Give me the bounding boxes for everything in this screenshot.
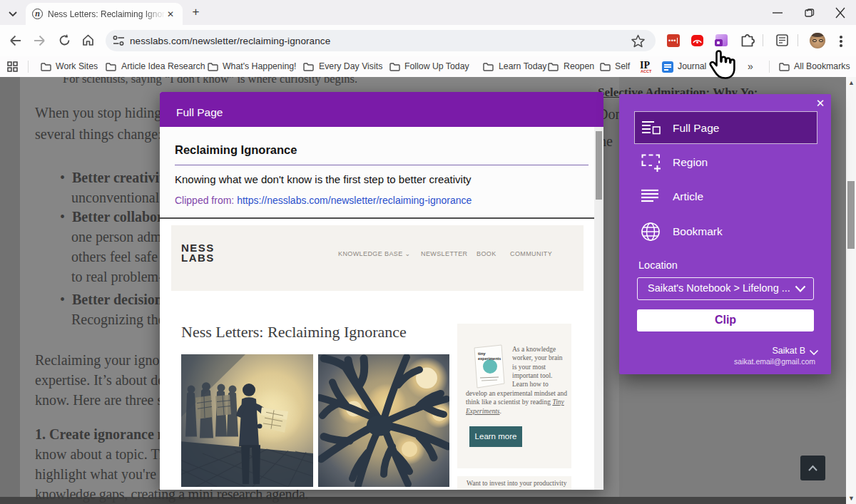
svg-text:experiments: experiments	[478, 356, 501, 361]
svg-text:tiny: tiny	[478, 351, 486, 356]
